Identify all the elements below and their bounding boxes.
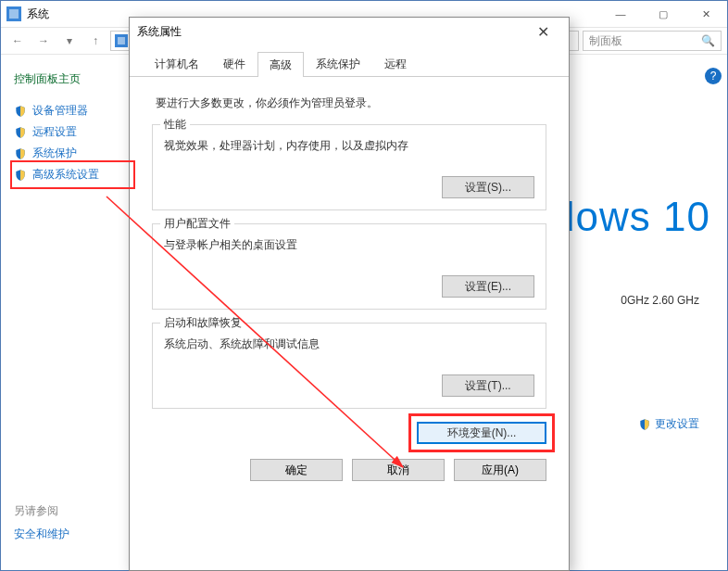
tab-protection[interactable]: 系统保护	[304, 51, 372, 76]
shield-icon	[14, 105, 27, 118]
environment-variables-button[interactable]: 环境变量(N)...	[417, 422, 546, 444]
tab-hardware[interactable]: 硬件	[211, 51, 257, 76]
profile-settings-button[interactable]: 设置(E)...	[442, 275, 534, 298]
dialog-tabstrip: 计算机名 硬件 高级 系统保护 远程	[130, 45, 569, 77]
admin-note: 要进行大多数更改，你必须作为管理员登录。	[156, 95, 546, 111]
dialog-title: 系统属性	[137, 24, 182, 40]
see-also-header: 另请参阅	[14, 503, 69, 519]
dialog-close-button[interactable]: ✕	[524, 23, 561, 41]
sidebar-item-label: 设备管理器	[32, 103, 88, 119]
system-icon	[115, 34, 128, 47]
nav-up-icon[interactable]: ↑	[84, 30, 107, 52]
sidebar-item-protection[interactable]: 系统保护	[14, 143, 135, 164]
startup-settings-button[interactable]: 设置(T)...	[442, 374, 534, 397]
dialog-footer: 确定 取消 应用(A)	[130, 459, 569, 481]
sidebar-item-label: 远程设置	[32, 124, 77, 140]
system-icon	[6, 6, 21, 21]
group-title: 性能	[160, 117, 190, 133]
change-settings-link[interactable]: 更改设置	[638, 416, 699, 432]
shield-icon	[638, 418, 651, 431]
group-title: 启动和故障恢复	[160, 315, 245, 331]
group-user-profiles: 用户配置文件 与登录帐户相关的桌面设置 设置(E)...	[152, 223, 546, 310]
see-also: 另请参阅 安全和维护	[14, 503, 69, 542]
group-performance: 性能 视觉效果，处理器计划，内存使用，以及虚拟内存 设置(S)...	[152, 124, 546, 210]
search-input[interactable]: 制面板 🔍	[583, 31, 722, 51]
dialog-titlebar: 系统属性 ✕	[130, 18, 569, 45]
apply-button[interactable]: 应用(A)	[454, 459, 546, 481]
shield-icon	[14, 169, 27, 182]
cp-title: 系统	[27, 6, 49, 22]
group-desc: 系统启动、系统故障和调试信息	[164, 336, 534, 352]
cancel-button[interactable]: 取消	[352, 459, 445, 481]
search-placeholder: 制面板	[589, 33, 622, 49]
perf-settings-button[interactable]: 设置(S)...	[442, 176, 534, 198]
shield-icon	[14, 147, 27, 160]
tab-remote[interactable]: 远程	[372, 51, 419, 76]
shield-icon	[14, 126, 27, 139]
see-also-link[interactable]: 安全和维护	[14, 527, 69, 542]
nav-back-icon[interactable]: ←	[6, 30, 29, 52]
maximize-button[interactable]: ▢	[642, 1, 684, 27]
cpu-info: 0GHz 2.60 GHz	[621, 294, 699, 307]
nav-forward-icon[interactable]: →	[32, 30, 55, 52]
group-desc: 视觉效果，处理器计划，内存使用，以及虚拟内存	[164, 138, 534, 154]
system-properties-dialog: 系统属性 ✕ 计算机名 硬件 高级 系统保护 远程 要进行大多数更改，你必须作为…	[129, 17, 570, 571]
chevron-down-icon[interactable]: ▾	[58, 30, 81, 52]
ok-button[interactable]: 确定	[250, 459, 343, 481]
tab-computer-name[interactable]: 计算机名	[143, 51, 211, 76]
sidebar-item-device-manager[interactable]: 设备管理器	[14, 100, 135, 121]
group-startup-recovery: 启动和故障恢复 系统启动、系统故障和调试信息 设置(T)...	[152, 323, 546, 409]
windows10-brand: dows 10	[552, 194, 710, 240]
sidebar-item-label: 高级系统设置	[32, 167, 99, 183]
close-button[interactable]: ✕	[684, 1, 727, 27]
sidebar-item-label: 系统保护	[32, 146, 77, 161]
group-desc: 与登录帐户相关的桌面设置	[164, 237, 534, 253]
group-title: 用户配置文件	[160, 216, 234, 232]
change-settings-label: 更改设置	[655, 416, 699, 432]
control-panel-home-link[interactable]: 控制面板主页	[14, 71, 135, 87]
search-icon: 🔍	[701, 34, 715, 47]
tab-advanced[interactable]: 高级	[257, 52, 304, 77]
sidebar-item-advanced[interactable]: 高级系统设置	[14, 164, 132, 185]
cp-sidebar: 控制面板主页 设备管理器 远程设置 系统保护 高级系统设置	[1, 55, 135, 570]
sidebar-item-remote[interactable]: 远程设置	[14, 121, 135, 143]
minimize-button[interactable]: —	[599, 1, 642, 27]
